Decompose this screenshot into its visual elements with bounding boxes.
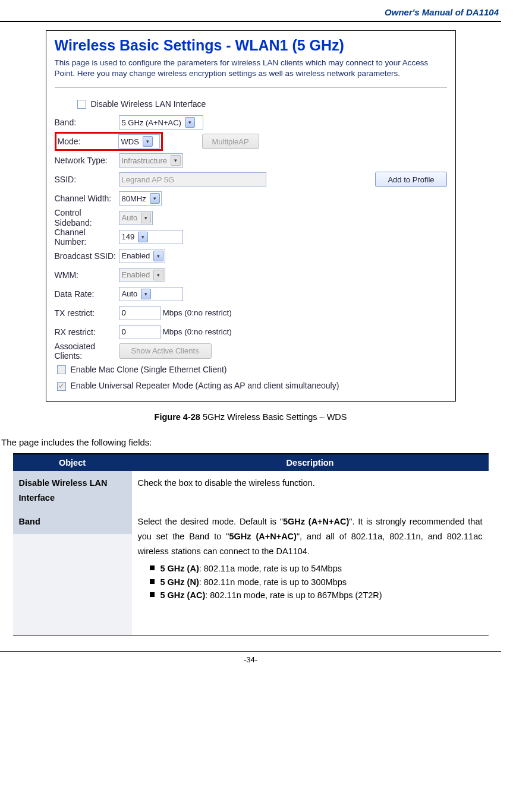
chevron-down-icon: ▾ [143, 136, 153, 147]
ctrlsb-value: Auto [122, 213, 138, 222]
divider [55, 87, 447, 88]
rx-input[interactable] [119, 325, 160, 339]
assoc-label: Associated Clients: [55, 342, 119, 361]
nettype-label: Network Type: [55, 156, 119, 165]
manual-header: Owner's Manual of DA1104 [0, 7, 501, 22]
chevron-down-icon: ▾ [141, 213, 151, 223]
tx-input[interactable] [119, 306, 160, 320]
chwidth-select[interactable]: 80MHz ▾ [119, 191, 162, 206]
panel-title: Wireless Basic Settings - WLAN1 (5 GHz) [55, 37, 447, 54]
urepeater-label: Enable Universal Repeater Mode (Acting a… [71, 381, 339, 390]
figure-text: 5GHz Wireless Basic Settings – WDS [200, 412, 347, 422]
rx-unit: Mbps (0:no restrict) [163, 327, 232, 336]
wmm-select: Enabled ▾ [119, 268, 166, 282]
chwidth-value: 80MHz [122, 194, 146, 203]
bssid-select[interactable]: Enabled ▾ [119, 249, 166, 263]
rx-label: RX restrict: [55, 327, 119, 337]
tx-unit: Mbps (0:no restrict) [163, 308, 232, 317]
chevron-down-icon: ▾ [141, 289, 151, 299]
disable-wlan-label: Disable Wireless LAN Interface [91, 99, 206, 109]
band-label: Band: [55, 118, 119, 127]
tx-label: TX restrict: [55, 308, 119, 318]
obj-band: Band [13, 510, 132, 534]
band-select[interactable]: 5 GHz (A+N+AC) ▾ [119, 115, 203, 129]
obj-band-spacer [13, 534, 132, 635]
chnum-value: 149 [122, 232, 135, 241]
col-description: Description [132, 454, 489, 471]
urepeater-checkbox [57, 382, 66, 391]
chnum-label: Channel Number: [55, 228, 119, 247]
bssid-value: Enabled [122, 251, 150, 260]
col-object: Object [13, 454, 132, 471]
settings-screenshot: Wireless Basic Settings - WLAN1 (5 GHz) … [46, 30, 456, 402]
disable-wlan-checkbox[interactable] [77, 100, 86, 109]
wmm-label: WMM: [55, 270, 119, 280]
band-value: 5 GHz (A+N+AC) [122, 118, 181, 127]
ctrlsb-select: Auto ▾ [119, 211, 153, 225]
chevron-down-icon: ▾ [153, 251, 163, 261]
chevron-down-icon: ▾ [153, 270, 163, 280]
chevron-down-icon: ▾ [171, 155, 181, 166]
obj-disable-wlan: Disable Wireless LAN Interface [13, 471, 132, 510]
figure-number: Figure 4-28 [155, 412, 200, 422]
page-number: -34- [0, 651, 501, 664]
panel-intro: This page is used to configure the param… [55, 58, 447, 79]
desc-band-pre: Select the desired mode. Default is " [138, 517, 283, 526]
datarate-select[interactable]: Auto ▾ [119, 287, 183, 301]
desc-band: Select the desired mode. Default is "5GH… [132, 510, 489, 635]
bssid-label: Broadcast SSID: [55, 251, 119, 261]
desc-band-b1: 5GHz (A+N+AC) [283, 517, 349, 526]
chnum-select[interactable]: 149 ▾ [119, 230, 183, 244]
ctrlsb-label: Control Sideband: [55, 208, 119, 227]
macclone-checkbox [57, 365, 66, 374]
chevron-down-icon: ▾ [150, 193, 160, 204]
chwidth-label: Channel Width: [55, 194, 119, 203]
desc-disable-wlan: Check the box to disable the wireless fu… [132, 471, 489, 510]
ssid-label: SSID: [55, 175, 119, 184]
datarate-value: Auto [122, 289, 138, 298]
desc-band-b2: 5GHz (A+N+AC) [229, 532, 297, 541]
chevron-down-icon: ▾ [185, 117, 195, 128]
bullet-5ghz-ac: 5 GHz (AC): 802.11n mode, rate is up to … [150, 589, 483, 602]
multiple-ap-button[interactable]: MultipleAP [202, 134, 259, 149]
show-active-clients-button[interactable]: Show Active Clients [119, 343, 212, 359]
field-description-table: Object Description Disable Wireless LAN … [13, 453, 489, 636]
mode-select[interactable]: WDS ▾ [118, 134, 160, 149]
nettype-select: Infrastructure ▾ [119, 153, 183, 168]
datarate-label: Data Rate: [55, 289, 119, 299]
chevron-down-icon: ▾ [138, 232, 148, 242]
lead-in-text: The page includes the following fields: [1, 437, 501, 447]
bullet-5ghz-a: 5 GHz (A): 802.11a mode, rate is up to 5… [150, 562, 483, 575]
mode-value: WDS [121, 137, 139, 146]
nettype-value: Infrastructure [122, 156, 168, 165]
ssid-input[interactable] [119, 172, 266, 187]
add-to-profile-button[interactable]: Add to Profile [375, 172, 446, 187]
wmm-value: Enabled [122, 270, 150, 279]
mode-label: Mode: [58, 137, 118, 146]
bullet-5ghz-n: 5 GHz (N): 802.11n mode, rate is up to 3… [150, 576, 483, 589]
macclone-label: Enable Mac Clone (Single Ethernet Client… [71, 365, 227, 374]
figure-caption: Figure 4-28 5GHz Wireless Basic Settings… [0, 412, 501, 422]
